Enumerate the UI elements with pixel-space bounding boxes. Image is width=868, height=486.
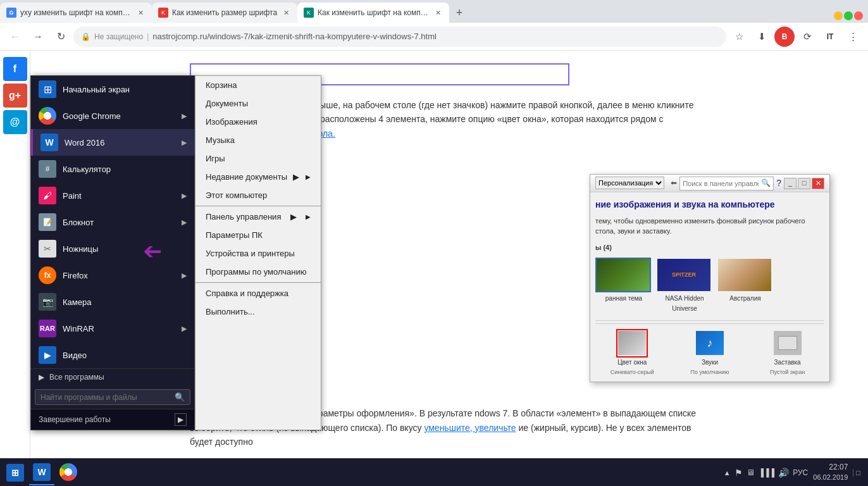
- context-item-music[interactable]: Музыка: [195, 131, 321, 149]
- context-item-defaults[interactable]: Программы по умолчанию: [195, 263, 321, 281]
- taskbar-chrome-app[interactable]: [56, 460, 81, 485]
- download-button[interactable]: ⬇: [752, 27, 772, 47]
- tab-2-label: Как изменить размер шрифта: [172, 8, 277, 17]
- url-text: nastrojcomp.ru/windows-7/kak-izmenit-shr…: [152, 32, 719, 41]
- start-item-word[interactable]: W Word 2016 ▶: [31, 129, 194, 156]
- theme-item-2[interactable]: SPITZER NASA Hidden Universe: [656, 258, 713, 314]
- pers-controls: _ □ ✕: [784, 178, 824, 189]
- video-icon: ▶: [39, 346, 56, 364]
- pers-screensaver-inner: [778, 336, 797, 350]
- start-item-video-label: Видео: [63, 351, 187, 360]
- minimize-button[interactable]: [834, 11, 843, 20]
- all-programs-item[interactable]: ▶ Все программы: [31, 369, 194, 385]
- pers-minimize[interactable]: _: [784, 178, 797, 189]
- address-bar[interactable]: 🔒 Не защищено | nastrojcomp.ru/windows-7…: [73, 27, 726, 47]
- start-item-video[interactable]: ▶ Видео: [31, 342, 194, 368]
- taskbar-word-app[interactable]: W: [29, 460, 54, 485]
- close-button[interactable]: [854, 11, 863, 20]
- pers-maximize[interactable]: □: [798, 178, 810, 189]
- start-item-paint[interactable]: 🖌 Paint ▶: [31, 182, 194, 209]
- refresh-button[interactable]: ↻: [51, 27, 71, 47]
- pers-sounds-sublabel: По умолчанию: [685, 368, 735, 377]
- googleplus-icon[interactable]: g+: [3, 84, 27, 108]
- start-item-camera[interactable]: 📷 Камера: [31, 289, 194, 315]
- new-tab-button[interactable]: +: [449, 3, 469, 23]
- start-item-firefox[interactable]: fx Firefox ▶: [31, 262, 194, 289]
- start-search-input[interactable]: [40, 393, 175, 402]
- context-item-help[interactable]: Справка и поддержка: [195, 284, 321, 302]
- pers-search-icon[interactable]: 🔍: [761, 177, 771, 189]
- shutdown-arrow-btn[interactable]: ▶: [175, 413, 187, 426]
- start-search-icon[interactable]: 🔍: [175, 392, 185, 402]
- context-recent-arrow: ▶: [293, 172, 299, 182]
- sync-button[interactable]: ⟳: [797, 27, 817, 47]
- extensions-button[interactable]: IT: [820, 27, 840, 47]
- pers-bottom: Цвет окна Синевато-серый ♪ Звуки По умол…: [595, 323, 824, 377]
- back-button[interactable]: ←: [5, 27, 25, 47]
- facebook-icon[interactable]: f: [3, 57, 27, 81]
- taskbar-speaker-icon: 🔊: [778, 468, 789, 478]
- start-item-winrar[interactable]: RAR WinRAR ▶: [31, 315, 194, 342]
- pers-title-select[interactable]: Персонализация: [595, 177, 664, 189]
- word-arrow: ▶: [182, 139, 187, 147]
- context-item-docs[interactable]: Документы: [195, 94, 321, 113]
- mail-icon[interactable]: @: [3, 110, 27, 134]
- pers-screensaver-icon: [772, 329, 803, 358]
- context-item-korzina[interactable]: Корзина: [195, 76, 321, 94]
- taskbar-datetime: 22:07 06.02.2019: [813, 462, 848, 482]
- tab-2-close[interactable]: ✕: [281, 8, 291, 18]
- start-item-paint-label: Paint: [63, 191, 175, 201]
- forward-button[interactable]: →: [28, 27, 48, 47]
- context-item-run[interactable]: Выполнить...: [195, 302, 321, 321]
- camera-icon: 📷: [39, 293, 56, 311]
- article-link-2[interactable]: уменьшите, увеличьте: [424, 423, 516, 433]
- pers-sounds-icon: ♪: [694, 329, 726, 358]
- context-item-images[interactable]: Изображения: [195, 113, 321, 131]
- toolbar-actions: ☆ ⬇ B ⟳ IT ⋮: [729, 27, 863, 47]
- profile-button[interactable]: B: [774, 27, 795, 47]
- context-item-recent[interactable]: Недавние документы ▶: [195, 168, 321, 186]
- context-item-devices[interactable]: Устройства и принтеры: [195, 244, 321, 263]
- home-icon: ⊞: [39, 80, 56, 98]
- winrar-arrow: ▶: [182, 325, 187, 333]
- taskbar-show-desktop[interactable]: □: [853, 469, 860, 477]
- pers-help-icon[interactable]: ?: [776, 176, 781, 190]
- firefox-arrow: ▶: [182, 271, 187, 280]
- start-item-home[interactable]: ⊞ Начальный экран: [31, 76, 194, 103]
- pers-search: 🔍: [679, 177, 774, 190]
- start-item-calc[interactable]: # Калькулятор: [31, 156, 194, 182]
- tab-2[interactable]: K Как изменить размер шрифта ✕: [152, 3, 297, 23]
- chrome-arrow: ▶: [182, 112, 187, 120]
- pers-bottom-screensaver[interactable]: Заставка Пустой экран: [762, 329, 813, 377]
- pers-bottom-sounds[interactable]: ♪ Звуки По умолчанию: [685, 329, 735, 377]
- theme-preview-1: [595, 258, 651, 292]
- start-item-notepad[interactable]: 📝 Блокнот ▶: [31, 209, 194, 235]
- pers-nav-icon[interactable]: ⬅: [671, 177, 677, 189]
- start-item-word-label: Word 2016: [65, 138, 175, 147]
- pers-search-input[interactable]: [683, 180, 759, 187]
- pers-bottom-color[interactable]: Цвет окна Синевато-серый: [607, 329, 657, 377]
- start-item-home-label: Начальный экран: [63, 85, 187, 94]
- context-item-mycomputer[interactable]: Этот компьютер: [195, 186, 321, 204]
- taskbar-time-text: 22:07: [813, 462, 848, 473]
- context-item-controlpanel[interactable]: Панель управления ▶: [195, 208, 321, 226]
- context-item-games[interactable]: Игры: [195, 149, 321, 168]
- tab-3[interactable]: K Как изменить шрифт на компь... ✕: [297, 3, 449, 23]
- start-item-chrome-label: Google Chrome: [63, 111, 175, 121]
- bookmark-button[interactable]: ☆: [729, 27, 749, 47]
- pers-close[interactable]: ✕: [812, 178, 824, 189]
- maximize-button[interactable]: [844, 11, 853, 20]
- taskbar: ⊞ W ▲ ⚑ 🖥 ▐▐▐ 🔊 РУС 22:07 06.02.2019 □: [0, 458, 868, 486]
- pers-divider: [595, 320, 824, 321]
- theme-item-3[interactable]: Австралия: [717, 258, 774, 314]
- context-item-pcsettings[interactable]: Параметры ПК: [195, 226, 321, 244]
- taskbar-start-button[interactable]: ⊞: [3, 460, 28, 485]
- tab-1-close[interactable]: ✕: [135, 8, 146, 18]
- tab-3-close[interactable]: ✕: [433, 8, 443, 18]
- start-item-scissors[interactable]: ✂ Ножницы: [31, 235, 194, 262]
- theme-item-1[interactable]: ранная тема: [595, 258, 652, 314]
- menu-button[interactable]: ⋮: [843, 27, 863, 47]
- tab-1[interactable]: G уху изменить шрифт на компь... ✕: [0, 3, 152, 23]
- taskbar-chevron-icon[interactable]: ▲: [724, 469, 731, 477]
- start-item-chrome[interactable]: Google Chrome ▶: [31, 103, 194, 129]
